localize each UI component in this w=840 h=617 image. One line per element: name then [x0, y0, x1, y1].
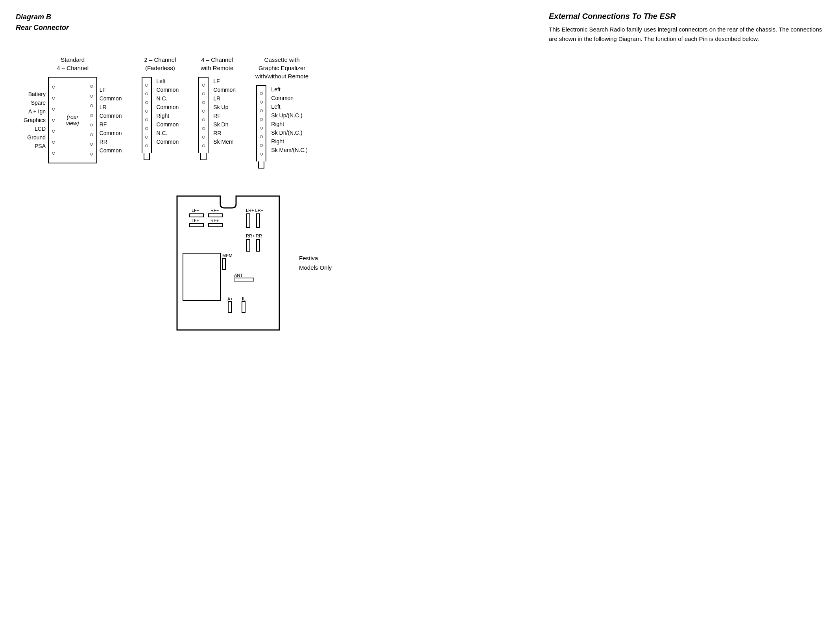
svg-text:LF−: LF− — [192, 208, 199, 213]
chan2-tab — [144, 153, 150, 160]
pin-circle: ○ — [144, 125, 150, 132]
pin-circle: ○ — [258, 99, 264, 105]
pin-circle: ○ — [258, 107, 264, 114]
pin-circle: ○ — [144, 117, 150, 123]
svg-text:A+: A+ — [227, 296, 233, 301]
pin-circle: ○ — [144, 134, 150, 140]
std4-right-pins: ○ ○ ○ ○ ○ ○ ○ ○ — [87, 78, 96, 163]
pin-circle: ○ — [89, 83, 95, 89]
std4-right-labels: LF Common LR Common RF Common RR Common — [97, 85, 122, 155]
pin-circle: ○ — [258, 142, 264, 148]
pin-circle: ○ — [89, 93, 95, 99]
label-common2: Common — [97, 111, 122, 120]
cassette-rect-wrap: ○ ○ ○ ○ ○ ○ ○ ○ — [256, 85, 266, 169]
std4-left-labels: Battery Spare A + Ign Graphics LCD Groun… — [24, 90, 48, 150]
label-graphics: Graphics — [24, 116, 48, 124]
label-ground: Ground — [24, 133, 48, 142]
pin-circle: ○ — [200, 143, 207, 149]
label-skdn-nc: Sk Dn/(N.C.) — [269, 128, 308, 137]
label-common: Common — [154, 103, 179, 111]
pin-circle: ○ — [200, 134, 207, 140]
festiva-section: LF− RF− LF+ RF+ LR+ LR− RR+ RR− MEM ANT … — [16, 192, 824, 334]
cassette-header: Cassette with Graphic Equalizer with/wit… — [255, 56, 308, 80]
label-skup-nc: Sk Up/(N.C.) — [269, 111, 308, 120]
pin-circle: ○ — [144, 82, 150, 88]
svg-text:LR+   LR−: LR+ LR− — [246, 208, 263, 213]
label-lr: LR — [211, 94, 236, 103]
label-common: Common — [154, 85, 179, 94]
pin-circle: ○ — [50, 106, 57, 112]
chan2-rect-wrap: ○ ○ ○ ○ ○ ○ ○ ○ — [142, 77, 152, 160]
svg-text:RF−: RF− — [210, 208, 219, 213]
chan4remote-right-labels: LF Common LR Sk Up RF Sk Dn RR Sk Mem — [209, 77, 236, 146]
label-rr: RR — [211, 129, 236, 137]
label-battery: Battery — [24, 90, 48, 98]
std4-center-note: (rear view) — [58, 78, 87, 163]
label-right: Right — [154, 111, 179, 120]
pin-circle: ○ — [89, 141, 95, 147]
cassette-right-labels: Left Common Left Sk Up/(N.C.) Right Sk D… — [266, 85, 308, 154]
std4-header: Standard 4 – Channel — [57, 56, 89, 72]
pin-circle: ○ — [50, 117, 57, 123]
pin-circle: ○ — [200, 108, 207, 114]
pin-circle: ○ — [144, 143, 150, 149]
pin-circle: ○ — [89, 102, 95, 109]
label-skdn: Sk Dn — [211, 120, 236, 129]
chan2-connector: 2 – Channel (Faderless) ○ ○ ○ ○ ○ ○ ○ ○ … — [142, 56, 179, 160]
chan4remote-header: 4 – Channel with Remote — [201, 56, 233, 72]
festiva-diagram: LF− RF− LF+ RF+ LR+ LR− RR+ RR− MEM ANT … — [173, 192, 283, 334]
cassette-connector: Cassette with Graphic Equalizer with/wit… — [255, 56, 308, 169]
pin-circle: ○ — [258, 133, 264, 140]
pin-circle: ○ — [50, 150, 57, 156]
pin-circle: ○ — [89, 151, 95, 157]
pin-circle: ○ — [50, 128, 57, 134]
pin-circle: ○ — [258, 151, 264, 157]
pin-circle: ○ — [50, 139, 57, 145]
pin-circle: ○ — [200, 99, 207, 106]
label-rf: RF — [97, 120, 122, 129]
pin-circle: ○ — [144, 91, 150, 97]
label-right2: Right — [269, 137, 308, 146]
pin-circle: ○ — [89, 112, 95, 119]
std4-connector: Standard 4 – Channel Battery Spare A + I… — [24, 56, 122, 163]
label-left2: Left — [269, 102, 308, 111]
label-common: Common — [154, 137, 179, 146]
label-lf: LF — [97, 85, 122, 94]
svg-text:IL: IL — [242, 296, 246, 301]
pin-circle: ○ — [200, 82, 207, 88]
label-left: Left — [269, 85, 308, 94]
ext-connections-body: This Electronic Search Radio family uses… — [549, 25, 824, 44]
label-rr: RR — [97, 137, 122, 146]
svg-text:MEM: MEM — [222, 253, 233, 258]
label-common3: Common — [97, 129, 122, 137]
label-aign: A + Ign — [24, 107, 48, 116]
cassette-tab — [258, 161, 264, 169]
pin-circle: ○ — [258, 90, 264, 96]
external-connections-section: External Connections To The ESR This Ele… — [549, 12, 824, 44]
connectors-area: Standard 4 – Channel Battery Spare A + I… — [16, 56, 824, 169]
chan4remote-tab — [200, 153, 207, 160]
label-skup: Sk Up — [211, 103, 236, 111]
label-right: Right — [269, 120, 308, 128]
festiva-label: Festiva Models Only — [299, 254, 332, 272]
svg-text:ANT: ANT — [234, 273, 243, 278]
label-left: Left — [154, 77, 179, 85]
ext-connections-title: External Connections To The ESR — [549, 12, 824, 21]
label-common1: Common — [97, 94, 122, 103]
svg-text:LF+: LF+ — [192, 218, 199, 223]
pin-circle: ○ — [258, 116, 264, 122]
label-rf: RF — [211, 111, 236, 120]
label-lf: LF — [211, 77, 236, 85]
chan4remote-rect: ○ ○ ○ ○ ○ ○ ○ ○ — [198, 77, 209, 153]
chan2-rect: ○ ○ ○ ○ ○ ○ ○ ○ — [142, 77, 152, 153]
label-spare: Spare — [24, 98, 48, 107]
label-lr: LR — [97, 103, 122, 111]
label-skmem: Sk Mem — [211, 137, 236, 146]
pin-circle: ○ — [200, 91, 207, 97]
chan4remote-rect-wrap: ○ ○ ○ ○ ○ ○ ○ ○ — [198, 77, 209, 160]
label-common: Common — [154, 120, 179, 129]
std4-rect: ○ ○ ○ ○ ○ ○ ○ (rear view) ○ ○ ○ ○ — [48, 77, 97, 163]
label-common: Common — [269, 94, 308, 102]
label-common: Common — [211, 85, 236, 94]
pin-circle: ○ — [89, 122, 95, 128]
